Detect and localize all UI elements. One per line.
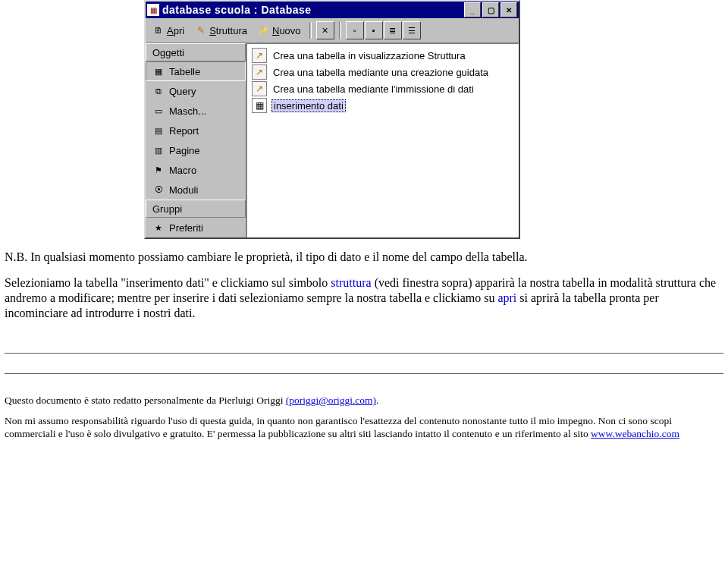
app-icon: ▦	[147, 4, 159, 16]
list-item[interactable]: ↗ Crea una tabella in visualizzazione St…	[252, 47, 513, 64]
window-title: database scuola : Database	[162, 4, 464, 16]
wizard-icon: ↗	[252, 64, 267, 80]
query-icon: ⧉	[152, 86, 165, 96]
content-pane: ↗ Crea una tabella in visualizzazione St…	[246, 43, 519, 237]
view-details-button[interactable]: ☰	[403, 21, 421, 39]
delete-button[interactable]: ✕	[316, 21, 334, 39]
module-icon: ⦿	[152, 184, 165, 195]
open-icon: 🗎	[152, 24, 165, 36]
titlebar: ▦ database scuola : Database _ ▢ ✕	[146, 2, 519, 18]
wizard-icon: ↗	[252, 48, 267, 63]
apri-button[interactable]: 🗎 Apri	[149, 22, 188, 39]
apri-link[interactable]: apri	[497, 291, 516, 304]
minimize-button[interactable]: _	[464, 2, 481, 17]
form-icon: ▭	[152, 105, 165, 116]
site-link[interactable]: www.webanchio.com	[591, 428, 679, 439]
report-icon: ▤	[152, 125, 165, 136]
sidebar-item-query[interactable]: ⧉ Query	[146, 81, 246, 101]
view-small-icons-button[interactable]: ▪	[365, 21, 383, 39]
struttura-button[interactable]: ✎ Struttura	[191, 22, 251, 39]
nuovo-button[interactable]: ✨ Nuovo	[254, 22, 305, 39]
list-item[interactable]: ↗ Crea una tabella mediante una creazion…	[252, 64, 513, 80]
paragraph-nb: N.B. In qualsiasi momento possiamo cambi…	[5, 250, 723, 265]
list-item[interactable]: ↗ Crea una tabella mediante l'immissione…	[252, 80, 513, 97]
separator-icon	[309, 22, 312, 39]
paragraph-instructions: Selezioniamo la tabella "inserimento dat…	[5, 275, 723, 321]
view-large-icons-button[interactable]: ▫	[346, 21, 364, 39]
struttura-link[interactable]: struttura	[331, 276, 371, 289]
footer-disclaimer: Non mi assumo responsabilità riguardo l'…	[5, 414, 723, 440]
sidebar-item-tabelle[interactable]: ▦ Tabelle	[146, 61, 246, 81]
sidebar-header-oggetti: Oggetti	[146, 43, 246, 61]
table-icon: ▦	[152, 66, 165, 77]
sidebar-item-pagine[interactable]: ▥ Pagine	[146, 140, 246, 160]
sidebar-item-masch[interactable]: ▭ Masch...	[146, 101, 246, 121]
wizard-icon: ↗	[252, 81, 267, 96]
toolbar: 🗎 Apri ✎ Struttura ✨ Nuovo ✕ ▫ ▪ ≣	[146, 18, 519, 43]
sidebar-item-report[interactable]: ▤ Report	[146, 121, 246, 140]
email-link[interactable]: (poriggi@origgi.com)	[286, 395, 376, 406]
view-list-button[interactable]: ≣	[384, 21, 402, 39]
page-icon: ▥	[152, 145, 165, 156]
database-window: ▦ database scuola : Database _ ▢ ✕ 🗎 Apr…	[144, 0, 520, 239]
macro-icon: ⚑	[152, 165, 165, 175]
sidebar: Oggetti ▦ Tabelle ⧉ Query ▭ Masch... ▤	[146, 43, 246, 237]
separator-icon	[339, 22, 341, 39]
footer-attribution: Questo documento è stato redatto persona…	[5, 394, 723, 407]
sidebar-item-macro[interactable]: ⚑ Macro	[146, 160, 246, 180]
new-icon: ✨	[258, 24, 270, 36]
datasheet-icon: ▦	[252, 98, 267, 113]
close-button[interactable]: ✕	[500, 2, 517, 17]
divider	[5, 353, 723, 354]
list-item-selected[interactable]: ▦ inserimento dati	[252, 97, 513, 114]
sidebar-item-preferiti[interactable]: ★ Preferiti	[146, 218, 246, 237]
maximize-button[interactable]: ▢	[482, 2, 499, 17]
design-icon: ✎	[195, 24, 207, 36]
divider	[5, 373, 723, 374]
sidebar-header-gruppi: Gruppi	[146, 200, 246, 218]
favorites-icon: ★	[152, 222, 165, 233]
sidebar-item-moduli[interactable]: ⦿ Moduli	[146, 180, 246, 200]
